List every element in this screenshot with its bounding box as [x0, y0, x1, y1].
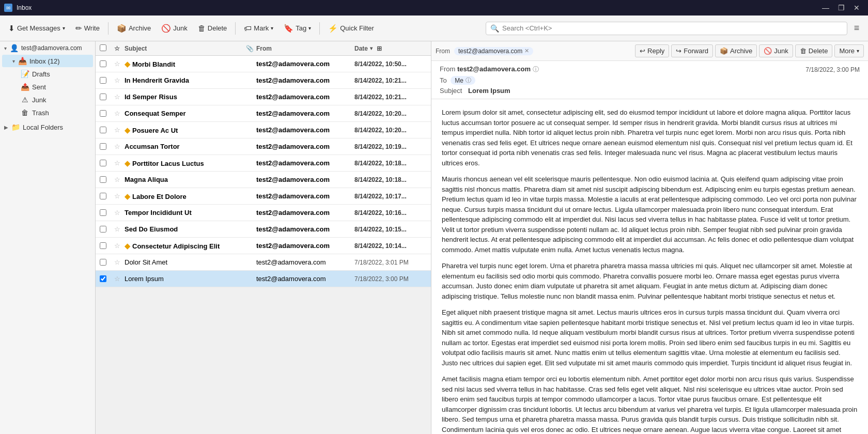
email-checkbox-cell[interactable] — [100, 160, 114, 166]
email-checkbox-cell[interactable] — [100, 110, 114, 117]
menu-button[interactable]: ≡ — [849, 21, 864, 36]
search-input[interactable] — [502, 24, 843, 32]
email-subject: ◆Posuere Ac Ut — [125, 126, 246, 134]
email-row[interactable]: ☆ Consequat Semper test2@adamovera.com 8… — [96, 105, 431, 122]
email-star[interactable]: ☆ — [114, 209, 125, 216]
header-date[interactable]: Date ▾ ⊞ — [354, 45, 427, 52]
maximize-button[interactable]: ❐ — [834, 1, 848, 15]
email-star[interactable]: ☆ — [114, 159, 125, 167]
email-row[interactable]: ☆ In Hendrerit Gravida test2@adamovera.c… — [96, 72, 431, 89]
email-row[interactable]: ☆ Dolor Sit Amet test2@adamovera.com 7/1… — [96, 254, 431, 271]
email-checkbox-cell[interactable] — [100, 226, 114, 233]
email-checkbox-cell[interactable] — [100, 176, 114, 183]
email-checkbox[interactable] — [100, 242, 106, 249]
more-button[interactable]: More ▾ — [834, 44, 864, 57]
email-checkbox[interactable] — [100, 94, 106, 100]
sidebar-item-junk[interactable]: ⚠ Junk — [2, 94, 93, 106]
quick-filter-button[interactable]: ⚡ Quick Filter — [324, 21, 378, 36]
email-checkbox[interactable] — [100, 77, 106, 84]
email-checkbox[interactable] — [100, 275, 106, 282]
reading-delete-button[interactable]: 🗑 Delete — [795, 44, 833, 57]
email-checkbox-cell[interactable] — [100, 209, 114, 216]
email-row[interactable]: ☆ ◆Consectetur Adipiscing Elit test2@ada… — [96, 238, 431, 254]
from-addr-icon[interactable]: ⓘ — [533, 66, 539, 73]
archive-button[interactable]: 📦 Archive — [113, 21, 155, 36]
email-checkbox-cell[interactable] — [100, 94, 114, 100]
email-subject: Dolor Sit Amet — [125, 258, 246, 266]
email-star[interactable]: ☆ — [114, 242, 125, 250]
minimize-button[interactable]: — — [818, 1, 833, 15]
email-star[interactable]: ☆ — [114, 126, 125, 134]
email-star[interactable]: ☆ — [114, 93, 125, 101]
from-addr-remove-icon[interactable]: ✕ — [524, 48, 529, 54]
reading-archive-button[interactable]: 📦 Archive — [715, 44, 757, 57]
email-checkbox-cell[interactable] — [100, 259, 114, 266]
email-checkbox-cell[interactable] — [100, 143, 114, 150]
email-checkbox-cell[interactable] — [100, 275, 114, 282]
email-star[interactable]: ☆ — [114, 225, 125, 233]
email-checkbox[interactable] — [100, 176, 106, 183]
close-button[interactable]: ✕ — [849, 1, 864, 15]
email-checkbox-cell[interactable] — [100, 77, 114, 84]
email-star[interactable]: ☆ — [114, 110, 125, 117]
star-icon: ☆ — [114, 209, 120, 216]
account-item[interactable]: ▾ 👤 test@adamovera.com — [2, 42, 93, 54]
email-row[interactable]: ☆ ◆Porttitor Lacus Luctus test2@adamover… — [96, 155, 431, 172]
email-checkbox-cell[interactable] — [100, 193, 114, 199]
email-star[interactable]: ☆ — [114, 258, 125, 266]
email-checkbox[interactable] — [100, 60, 106, 67]
email-row[interactable]: ☆ Lorem Ipsum test2@adamovera.com 7/18/2… — [96, 271, 431, 287]
write-button[interactable]: ✏ Write — [71, 21, 104, 36]
email-checkbox[interactable] — [100, 209, 106, 216]
email-row[interactable]: ☆ ◆Posuere Ac Ut test2@adamovera.com 8/1… — [96, 122, 431, 138]
email-row[interactable]: ☆ Magna Aliqua test2@adamovera.com 8/14/… — [96, 172, 431, 188]
email-star[interactable]: ☆ — [114, 143, 125, 150]
email-checkbox[interactable] — [100, 160, 106, 166]
sidebar-item-inbox[interactable]: ▾ 📥 Inbox (12) — [2, 55, 93, 67]
email-checkbox[interactable] — [100, 143, 106, 150]
select-all-checkbox[interactable] — [100, 44, 106, 51]
sidebar-item-sent[interactable]: 📤 Sent — [2, 81, 93, 93]
tag-button[interactable]: 🔖 Tag ▾ — [280, 21, 315, 36]
to-address: Me — [455, 77, 463, 84]
email-checkbox[interactable] — [100, 110, 106, 117]
email-star[interactable]: ☆ — [114, 76, 125, 84]
email-checkbox[interactable] — [100, 127, 106, 133]
sidebar-item-drafts[interactable]: 📝 Drafts — [2, 68, 93, 80]
email-row[interactable]: ☆ Accumsan Tortor test2@adamovera.com 8/… — [96, 138, 431, 155]
email-row[interactable]: ☆ Id Semper Risus test2@adamovera.com 8/… — [96, 89, 431, 105]
email-star[interactable]: ☆ — [114, 176, 125, 183]
search-container: 🔍 — [486, 22, 847, 35]
delete-icon: 🗑 — [198, 24, 206, 33]
email-checkbox[interactable] — [100, 226, 106, 233]
email-from: test2@adamovera.com — [256, 110, 354, 117]
junk-button[interactable]: 🚫 Junk — [157, 21, 191, 36]
email-row[interactable]: ☆ ◆Morbi Blandit test2@adamovera.com 8/1… — [96, 56, 431, 72]
header-subject[interactable]: Subject — [125, 45, 246, 52]
reply-button[interactable]: ↩ Reply — [635, 44, 669, 57]
email-star[interactable]: ☆ — [114, 192, 125, 200]
reading-junk-button[interactable]: 🚫 Junk — [759, 44, 793, 57]
email-checkbox[interactable] — [100, 193, 106, 199]
sidebar-item-trash[interactable]: 🗑 Trash — [2, 106, 93, 119]
email-row[interactable]: ☆ Sed Do Eiusmod test2@adamovera.com 8/1… — [96, 221, 431, 238]
email-star[interactable]: ☆ — [114, 60, 125, 68]
email-row[interactable]: ☆ ◆Labore Et Dolore test2@adamovera.com … — [96, 188, 431, 205]
email-checkbox-cell[interactable] — [100, 242, 114, 249]
header-checkbox[interactable] — [100, 44, 114, 53]
mark-button[interactable]: 🏷 Mark ▾ — [240, 21, 277, 35]
to-addr-icon[interactable]: ⓘ — [466, 76, 471, 84]
email-checkbox-cell[interactable] — [100, 127, 114, 133]
header-star: ☆ — [114, 45, 125, 52]
forward-button[interactable]: ↪ Forward — [671, 44, 713, 57]
email-checkbox[interactable] — [100, 259, 106, 266]
get-messages-button[interactable]: ⬇ Get Messages ▾ — [4, 21, 69, 36]
header-from[interactable]: From — [256, 45, 354, 52]
from-address: test2@adamovera.com — [458, 48, 522, 55]
sidebar-item-local-folders[interactable]: ▶ 📁 Local Folders — [2, 121, 93, 133]
email-star[interactable]: ☆ — [114, 275, 125, 283]
email-list: ☆ Subject 📎 From Date ▾ ⊞ ☆ ◆Morbi Bland… — [96, 41, 431, 434]
delete-button[interactable]: 🗑 Delete — [194, 21, 231, 35]
email-row[interactable]: ☆ Tempor Incididunt Ut test2@adamovera.c… — [96, 205, 431, 221]
email-checkbox-cell[interactable] — [100, 60, 114, 67]
